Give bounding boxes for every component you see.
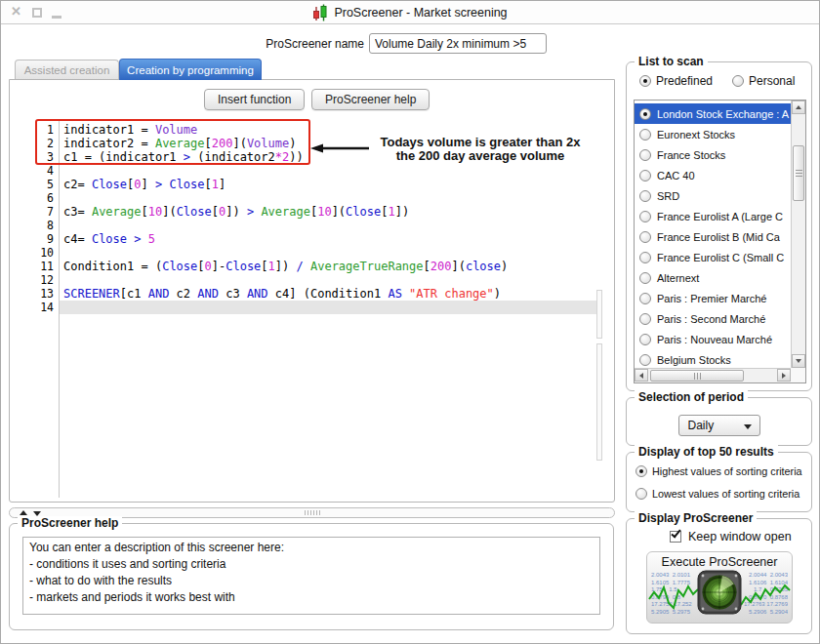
scan-item-label: CAC 40	[657, 170, 695, 181]
price-number-row: 2.0043 2.0101	[651, 572, 700, 580]
code-editor[interactable]: 1234567891011121314 indicator1 = Volumei…	[27, 119, 601, 498]
line-number: 12	[27, 273, 59, 287]
help-text-line: You can enter a description of this scre…	[29, 540, 594, 556]
scan-item-radio[interactable]	[639, 272, 651, 284]
insert-function-button[interactable]: Insert function	[204, 89, 305, 110]
scan-list-item[interactable]: CAC 40	[635, 165, 791, 185]
line-number: 4	[27, 164, 59, 178]
scan-item-radio[interactable]	[639, 293, 651, 304]
sparkline-right-icon	[740, 582, 791, 615]
scan-list-item[interactable]: France Stocks	[635, 144, 791, 165]
scan-list-item[interactable]: Belgium Stocks	[635, 349, 791, 368]
execute-button-graphic: 2.0043 2.01011.6105 1.77751.75 1.50.8799…	[647, 570, 792, 619]
vertical-scrollbar-thumb[interactable]	[793, 145, 804, 201]
scan-list-item[interactable]: France Eurolist B (Mid Ca	[635, 226, 791, 247]
scan-item-label: Paris : Premier Marché	[657, 293, 766, 304]
scroll-down-button[interactable]	[792, 354, 805, 368]
scan-list-item[interactable]: France Eurolist A (Large C	[635, 206, 791, 226]
period-dropdown[interactable]: Daily	[678, 415, 760, 436]
scan-list[interactable]: London Stock Exchange : AEuronext Stocks…	[635, 101, 791, 368]
scan-item-radio[interactable]	[639, 334, 651, 345]
horizontal-scrollbar-thumb[interactable]	[650, 370, 744, 382]
keep-window-open-row[interactable]: Keep window open	[670, 530, 792, 543]
annotation-line-1: Todays volume is greater than 2x	[353, 136, 607, 149]
splitter-collapse-up-icon[interactable]	[20, 510, 27, 515]
scan-item-radio[interactable]	[639, 211, 651, 222]
highest-values-option[interactable]: Highest values of sorting criteria	[636, 465, 802, 477]
sparkline-left-icon	[648, 582, 699, 615]
lowest-values-radio[interactable]	[636, 488, 647, 500]
scan-list-item[interactable]: SRD	[635, 185, 791, 206]
line-number: 10	[27, 246, 59, 260]
scrollbar-corner	[791, 368, 805, 382]
annotation-line-2: the 200 day average volume	[353, 149, 607, 163]
code-line[interactable]	[60, 164, 601, 178]
lowest-values-label: Lowest values of sorting criteria	[652, 488, 800, 500]
line-number: 8	[27, 219, 59, 232]
scroll-up-button[interactable]	[792, 101, 805, 114]
execute-proscreener-button[interactable]: Execute ProScreener 2.0043 2.01011.6105 …	[646, 551, 793, 624]
scan-list-item[interactable]: Alternext	[635, 267, 791, 288]
scroll-left-button[interactable]	[635, 369, 648, 382]
help-description-textarea[interactable]: You can enter a description of this scre…	[22, 537, 600, 615]
scan-item-radio[interactable]	[639, 252, 651, 263]
scan-list-item[interactable]: Paris : Nouveau Marché	[635, 329, 791, 349]
scan-item-radio[interactable]	[639, 108, 651, 120]
editor-scrollbar-track[interactable]	[596, 343, 602, 461]
code-line[interactable]	[60, 191, 601, 205]
code-line[interactable]: SCREENER[c1 AND c2 AND c3 AND c4] (Condi…	[60, 287, 601, 301]
code-line[interactable]: c4= Close > 5	[60, 232, 601, 246]
scan-item-label: Alternext	[657, 272, 699, 284]
radar-icon	[697, 570, 742, 615]
scan-list-item[interactable]: Euronext Stocks	[635, 124, 791, 144]
tab-creation-by-programming[interactable]: Creation by programming	[119, 59, 262, 80]
scan-item-radio[interactable]	[639, 313, 651, 325]
vertical-scrollbar[interactable]	[791, 101, 805, 368]
proscreener-window: ✕ ProScreener - Market screening ProScre…	[0, 0, 820, 644]
scan-listbox: London Stock Exchange : AEuronext Stocks…	[634, 100, 806, 383]
list-to-scan-title: List to scan	[635, 55, 708, 68]
code-line[interactable]	[60, 301, 601, 314]
scroll-right-button[interactable]	[777, 369, 791, 382]
code-line[interactable]	[60, 219, 601, 232]
line-number: 13	[27, 287, 59, 301]
scan-item-label: Paris : Nouveau Marché	[657, 334, 772, 345]
editor-scrollbar-thumb[interactable]	[596, 290, 602, 339]
line-number: 11	[27, 260, 59, 273]
lowest-values-option[interactable]: Lowest values of sorting criteria	[636, 488, 800, 500]
display-proscreener-title: Display ProScreener	[635, 511, 757, 525]
proscreener-help-button[interactable]: ProScreener help	[311, 89, 430, 110]
scan-item-radio[interactable]	[639, 231, 651, 243]
tab-assisted-creation[interactable]: Assisted creation	[15, 60, 119, 80]
annotation-box	[35, 119, 310, 165]
scan-item-radio[interactable]	[639, 129, 651, 141]
predefined-radio-row[interactable]: Predefined	[639, 74, 713, 88]
scan-list-item[interactable]: France Eurolist C (Small C	[635, 247, 791, 267]
line-number: 5	[27, 178, 59, 191]
personal-radio-row[interactable]: Personal	[732, 74, 795, 88]
code-line[interactable]: Condition1 = (Close[0]-Close[1]) / Avera…	[60, 260, 601, 273]
top50-title: Display of top 50 results	[635, 445, 778, 459]
scan-item-radio[interactable]	[639, 190, 651, 202]
scan-list-item[interactable]: Paris : Second Marché	[635, 308, 791, 329]
highest-values-radio[interactable]	[636, 465, 647, 477]
keep-window-open-checkbox[interactable]	[670, 531, 681, 543]
code-area[interactable]: indicator1 = Volumeindicator2 = Average[…	[60, 119, 601, 498]
proscreener-name-input[interactable]	[369, 33, 547, 54]
predefined-radio[interactable]	[639, 75, 651, 87]
horizontal-scrollbar[interactable]	[635, 368, 791, 382]
code-line[interactable]	[60, 273, 601, 287]
scan-item-label: France Eurolist C (Small C	[657, 252, 784, 263]
scan-list-item[interactable]: Paris : Premier Marché	[635, 288, 791, 308]
code-line[interactable]: c3= Average[10](Close[0]) > Average[10](…	[60, 205, 601, 219]
highest-values-label: Highest values of sorting criteria	[652, 465, 802, 477]
personal-radio[interactable]	[732, 75, 744, 87]
scan-item-radio[interactable]	[639, 149, 651, 161]
scan-item-radio[interactable]	[639, 170, 651, 181]
code-line[interactable]	[60, 246, 601, 260]
scan-list-item[interactable]: London Stock Exchange : A	[635, 103, 791, 124]
creation-panel: Insert function ProScreener help 1234567…	[9, 79, 615, 503]
scan-item-radio[interactable]	[639, 354, 651, 366]
splitter-grip[interactable]	[305, 510, 320, 515]
code-line[interactable]: c2= Close[0] > Close[1]	[60, 178, 601, 191]
